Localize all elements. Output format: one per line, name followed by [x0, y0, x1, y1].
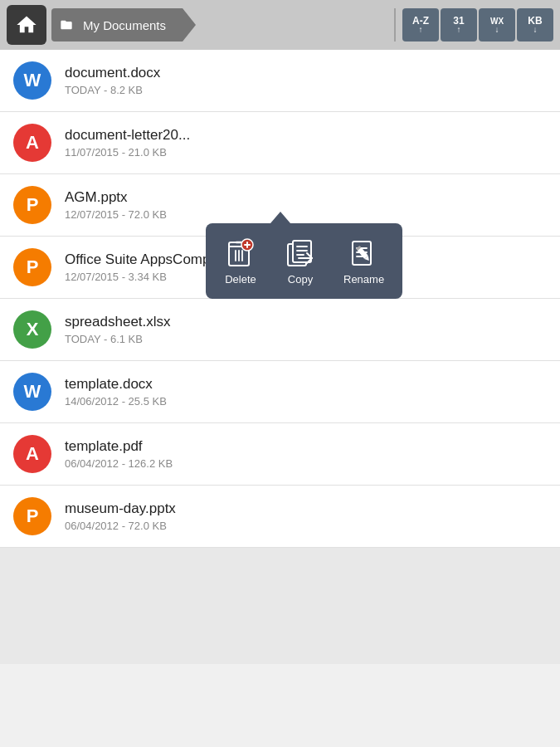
list-item[interactable]: A template.pdf 06/04/2012 - 126.2 KB [0, 423, 560, 486]
toolbar: My Documents A-Z ↑ 31 ↑ WX ↓ KB ↓ [0, 0, 560, 50]
file-meta: TODAY - 8.2 KB [65, 84, 547, 96]
file-name: document.docx [65, 65, 547, 81]
sort-wx-label: WX [490, 17, 504, 26]
list-item[interactable]: A document-letter20... 11/07/2015 - 21.0… [0, 112, 560, 174]
list-item[interactable]: P museum-day.pptx 06/04/2012 - 72.0 KB [0, 486, 560, 548]
home-icon [15, 13, 38, 37]
file-meta: 11/07/2015 - 21.0 KB [65, 146, 547, 159]
file-name: AGM.pptx [65, 189, 547, 206]
delete-icon [224, 237, 257, 270]
sort-date-arrow: ↑ [457, 26, 461, 34]
sort-wx-arrow: ↓ [495, 26, 499, 34]
file-type-icon: A [13, 435, 51, 473]
copy-label: Copy [288, 273, 313, 286]
breadcrumb-label[interactable]: My Documents [78, 8, 183, 42]
delete-label: Delete [225, 273, 256, 286]
sort-date-button[interactable]: 31 ↑ [441, 8, 477, 42]
context-menu-box: Delete [206, 223, 402, 299]
file-name: template.docx [65, 376, 547, 393]
file-name: template.pdf [65, 438, 547, 455]
folder-icon [60, 18, 73, 32]
copy-action[interactable]: Copy [272, 232, 329, 290]
svg-rect-10 [293, 241, 311, 262]
sort-kb-arrow: ↓ [533, 26, 538, 34]
toolbar-divider [394, 8, 396, 42]
file-type-icon: X [13, 310, 51, 349]
file-type-icon: W [13, 373, 51, 411]
breadcrumb-back[interactable] [51, 8, 78, 42]
breadcrumb[interactable]: My Documents [51, 8, 183, 42]
context-menu: Delete [206, 212, 402, 299]
rename-label: Rename [343, 273, 384, 286]
sort-kb-button[interactable]: KB ↓ [517, 8, 553, 42]
home-button[interactable] [7, 5, 46, 45]
sort-az-button[interactable]: A-Z ↑ [402, 8, 439, 42]
sort-az-arrow: ↑ [419, 26, 423, 34]
list-item[interactable]: X spreadsheet.xlsx TODAY - 6.1 KB [0, 299, 560, 361]
list-item[interactable]: W template.docx 14/06/2012 - 25.5 KB [0, 361, 560, 423]
file-meta: 06/04/2012 - 72.0 KB [65, 520, 547, 532]
file-type-icon: P [13, 497, 51, 535]
file-type-icon: P [13, 186, 51, 224]
context-menu-arrow [270, 212, 290, 223]
file-meta: 06/04/2012 - 126.2 KB [65, 457, 547, 470]
sort-buttons: A-Z ↑ 31 ↑ WX ↓ KB ↓ [402, 8, 553, 42]
delete-action[interactable]: Delete [212, 232, 269, 290]
copy-icon [284, 237, 317, 270]
file-type-icon: A [13, 124, 51, 162]
file-type-icon: P [13, 248, 51, 286]
list-item[interactable]: W document.docx TODAY - 8.2 KB [0, 50, 560, 112]
file-name: museum-day.pptx [65, 500, 547, 517]
file-type-icon: W [13, 61, 51, 100]
file-name: spreadsheet.xlsx [65, 314, 547, 330]
rename-action[interactable]: Rename [332, 232, 396, 290]
file-meta: TODAY - 6.1 KB [65, 333, 547, 345]
rename-icon [348, 237, 381, 270]
file-list: W document.docx TODAY - 8.2 KB A documen… [0, 50, 560, 548]
file-name: document-letter20... [65, 127, 547, 144]
file-meta: 14/06/2012 - 25.5 KB [65, 395, 547, 408]
bottom-area [0, 548, 560, 664]
sort-wx-button[interactable]: WX ↓ [479, 8, 515, 42]
